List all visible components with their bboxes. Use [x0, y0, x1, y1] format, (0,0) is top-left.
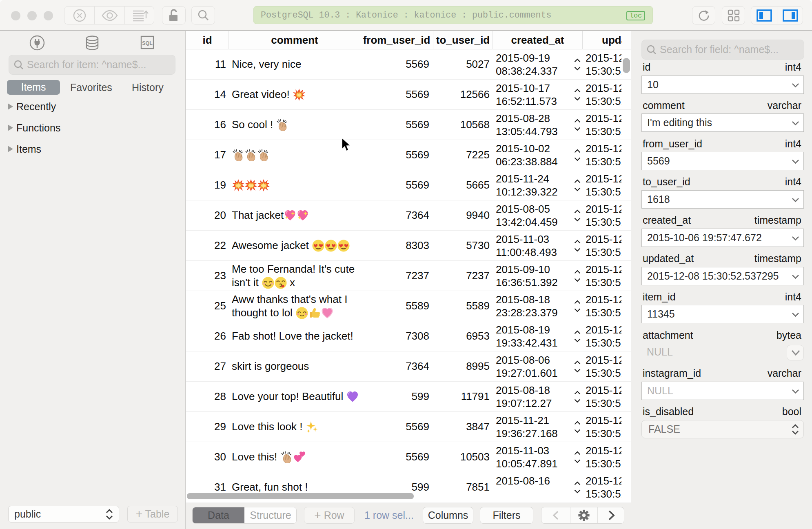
svg-text:SQL: SQL — [142, 40, 153, 46]
